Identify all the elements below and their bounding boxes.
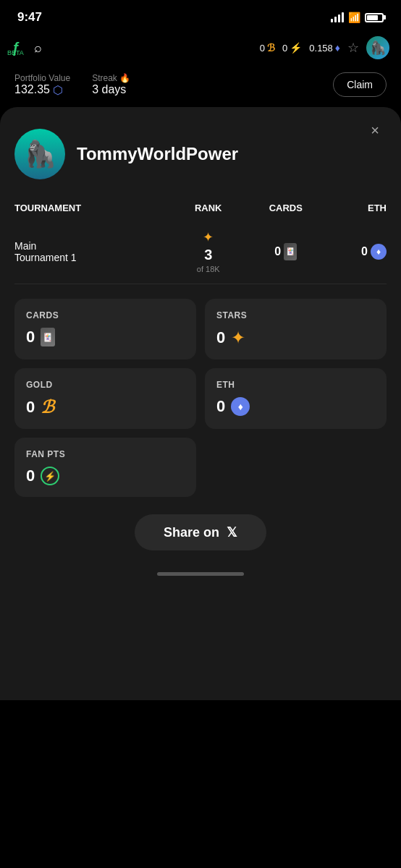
cards-label: CARDS: [26, 310, 185, 320]
fanpts-label: FAN PTS: [26, 449, 185, 459]
streak-value: 3 days: [92, 83, 130, 96]
td-rank: ✦ 3 of 18K: [169, 229, 247, 273]
eth-row-value: 0: [361, 245, 368, 258]
eth-label: ETH: [216, 380, 375, 390]
rank-sub: of 18K: [197, 265, 220, 273]
close-button[interactable]: ×: [363, 119, 387, 142]
portfolio-section: Portfolio Value 132.35 ⬡: [14, 73, 70, 97]
status-time: 9:47: [17, 10, 42, 25]
gold-icon: ℬ: [267, 42, 275, 54]
th-rank: RANK: [169, 203, 247, 213]
td-cards-row: 0 🃏: [247, 243, 324, 260]
table-header: TOURNAMENT RANK CARDS ETH: [14, 194, 387, 219]
cards-row-value: 0: [274, 245, 281, 258]
th-tournament: TOURNAMENT: [14, 203, 169, 213]
share-label: Share on: [164, 525, 219, 540]
top-nav: ƒ BETA ⌕ 0 ℬ 0 ⚡ 0.158 ♦ ☆ 🦍: [0, 30, 401, 65]
td-eth-row: 0 ♦: [324, 244, 387, 260]
stars-icon: ✦: [231, 328, 245, 348]
status-bar: 9:47 📶: [0, 0, 401, 30]
stars-label: STARS: [216, 310, 375, 320]
eth-stat-value: 0: [216, 397, 225, 416]
modal-backdrop: × 🦍 TommyWorldPower TOURNAMENT RANK CARD…: [0, 107, 401, 700]
stat-card-fanpts: FAN PTS 0 ⚡: [14, 438, 196, 497]
streak-section: Streak 🔥 3 days: [92, 73, 130, 96]
beta-badge: BETA: [7, 49, 24, 56]
share-button[interactable]: Share on 𝕏: [135, 514, 266, 550]
eth-tile-icon: ♦: [231, 397, 250, 416]
th-eth: ETH: [324, 203, 387, 213]
wifi-icon: 📶: [348, 12, 360, 23]
profile-avatar: 🦍: [14, 129, 65, 179]
stat-card-gold: GOLD 0 ℬ: [14, 368, 196, 429]
th-cards: CARDS: [247, 203, 324, 213]
nav-avatar[interactable]: 🦍: [366, 36, 389, 59]
search-icon[interactable]: ⌕: [34, 41, 42, 56]
app-logo: ƒ BETA: [12, 40, 24, 56]
x-logo-icon: 𝕏: [227, 524, 237, 540]
eth-symbol: ♦: [335, 42, 340, 54]
streak-label: Streak 🔥: [92, 73, 130, 83]
td-tournament: Main Tournament 1: [14, 240, 169, 263]
portfolio-value: 132.35 ⬡: [14, 83, 70, 97]
home-indicator: [14, 565, 387, 580]
signal-icon: [331, 12, 344, 22]
fanpts-icon: ⚡: [41, 467, 59, 485]
card-row-icon: 🃏: [284, 243, 297, 260]
share-area: Share on 𝕏: [14, 497, 387, 565]
stat-card-stars: STARS 0 ✦: [205, 299, 387, 359]
eth-row-icon: ♦: [371, 244, 387, 260]
cards-value: 0: [26, 328, 35, 346]
eth-token: 0.158 ♦: [309, 42, 340, 54]
flash-amount: 0: [282, 43, 287, 54]
rank-number: 3: [204, 247, 212, 263]
star-icon[interactable]: ☆: [347, 40, 359, 56]
gold-amount: 0: [260, 43, 265, 54]
flash-token: 0 ⚡: [282, 42, 302, 54]
stats-grid: CARDS 0 🃏 STARS 0 ✦ GOLD 0 ℬ: [14, 299, 387, 497]
stat-card-cards: CARDS 0 🃏: [14, 299, 196, 359]
flash-icon: ⚡: [290, 42, 302, 54]
eth-amount: 0.158: [309, 43, 333, 54]
claim-button[interactable]: Claim: [333, 72, 387, 97]
gold-token: 0 ℬ: [260, 42, 275, 54]
cards-tile-icon: 🃏: [41, 328, 55, 346]
profile-section: 🦍 TommyWorldPower: [14, 122, 387, 194]
fanpts-value: 0: [26, 467, 35, 485]
gold-b-icon: ℬ: [41, 397, 54, 417]
modal-sheet: × 🦍 TommyWorldPower TOURNAMENT RANK CARD…: [0, 107, 401, 700]
stars-value: 0: [216, 328, 225, 347]
portfolio-bar: Portfolio Value 132.35 ⬡ Streak 🔥 3 days…: [0, 65, 401, 104]
rank-star-icon: ✦: [203, 229, 214, 245]
stat-card-eth: ETH 0 ♦: [205, 368, 387, 429]
tournament-name-1: Main: [14, 240, 169, 252]
battery-icon: [365, 13, 384, 22]
portfolio-label: Portfolio Value: [14, 73, 70, 83]
gold-value: 0: [26, 398, 35, 417]
gold-label: GOLD: [26, 380, 185, 390]
home-bar: [157, 572, 244, 576]
tournament-row: Main Tournament 1 ✦ 3 of 18K 0 🃏 0 ♦: [14, 219, 387, 284]
profile-name: TommyWorldPower: [77, 144, 238, 164]
status-icons: 📶: [331, 12, 384, 23]
tournament-name-2: Tournament 1: [14, 252, 169, 263]
